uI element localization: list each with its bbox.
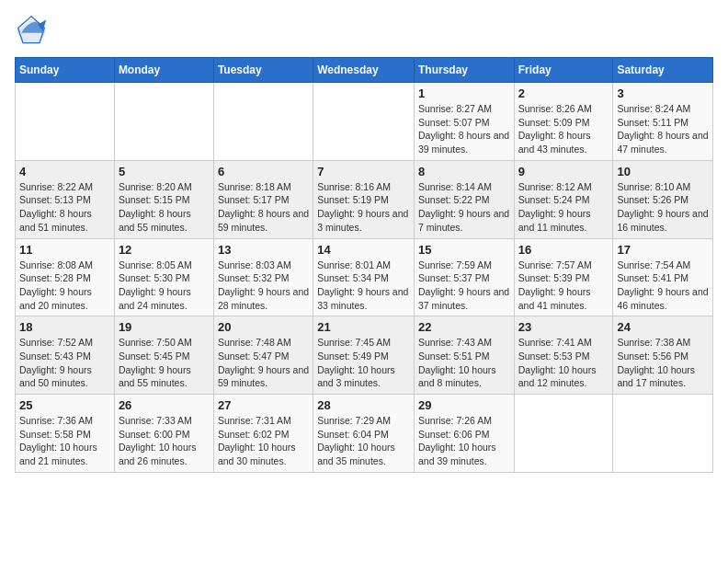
page-header: [15, 15, 713, 48]
day-number: 8: [418, 165, 510, 178]
calendar-cell: 9Sunrise: 8:12 AM Sunset: 5:24 PM Daylig…: [514, 160, 613, 238]
day-number: 26: [119, 398, 210, 412]
day-info: Sunrise: 7:57 AM Sunset: 5:39 PM Dayligh…: [518, 259, 609, 313]
day-info: Sunrise: 7:33 AM Sunset: 6:00 PM Dayligh…: [119, 414, 210, 468]
calendar-cell: 16Sunrise: 7:57 AM Sunset: 5:39 PM Dayli…: [514, 238, 613, 316]
day-number: 20: [218, 320, 309, 334]
day-info: Sunrise: 8:08 AM Sunset: 5:28 PM Dayligh…: [19, 259, 110, 313]
day-number: 23: [518, 320, 609, 334]
calendar-cell: 26Sunrise: 7:33 AM Sunset: 6:00 PM Dayli…: [114, 395, 213, 473]
day-number: 15: [418, 243, 510, 257]
calendar-cell: 5Sunrise: 8:20 AM Sunset: 5:15 PM Daylig…: [114, 160, 213, 238]
logo: [15, 15, 50, 48]
calendar-cell: 8Sunrise: 8:14 AM Sunset: 5:22 PM Daylig…: [414, 160, 514, 238]
calendar-cell: 25Sunrise: 7:36 AM Sunset: 5:58 PM Dayli…: [16, 395, 115, 473]
day-number: 4: [19, 165, 110, 178]
col-header-friday: Friday: [514, 58, 613, 83]
day-info: Sunrise: 7:52 AM Sunset: 5:43 PM Dayligh…: [19, 336, 110, 390]
day-number: 5: [119, 165, 210, 178]
day-info: Sunrise: 7:54 AM Sunset: 5:41 PM Dayligh…: [617, 259, 709, 313]
day-number: 3: [617, 86, 709, 100]
day-number: 1: [418, 86, 510, 100]
calendar-cell: [213, 83, 313, 161]
day-number: 16: [518, 243, 609, 257]
day-info: Sunrise: 7:43 AM Sunset: 5:51 PM Dayligh…: [418, 336, 510, 390]
day-info: Sunrise: 7:45 AM Sunset: 5:49 PM Dayligh…: [317, 336, 410, 390]
calendar-cell: 29Sunrise: 7:26 AM Sunset: 6:06 PM Dayli…: [414, 395, 514, 473]
day-number: 12: [119, 243, 210, 257]
day-number: 6: [218, 165, 309, 178]
calendar-cell: [16, 83, 115, 161]
day-info: Sunrise: 8:20 AM Sunset: 5:15 PM Dayligh…: [119, 180, 210, 235]
calendar-cell: 24Sunrise: 7:38 AM Sunset: 5:56 PM Dayli…: [613, 316, 713, 395]
calendar-cell: [514, 395, 613, 473]
calendar-cell: 7Sunrise: 8:16 AM Sunset: 5:19 PM Daylig…: [313, 160, 415, 238]
day-number: 24: [617, 320, 709, 334]
col-header-monday: Monday: [114, 58, 213, 83]
day-number: 10: [617, 165, 709, 178]
day-number: 22: [418, 320, 510, 334]
day-info: Sunrise: 8:27 AM Sunset: 5:07 PM Dayligh…: [418, 102, 510, 156]
calendar-cell: 1Sunrise: 8:27 AM Sunset: 5:07 PM Daylig…: [414, 83, 514, 161]
day-info: Sunrise: 7:31 AM Sunset: 6:02 PM Dayligh…: [218, 414, 309, 468]
day-info: Sunrise: 7:48 AM Sunset: 5:47 PM Dayligh…: [218, 336, 309, 390]
day-info: Sunrise: 8:26 AM Sunset: 5:09 PM Dayligh…: [518, 102, 609, 156]
calendar-cell: 15Sunrise: 7:59 AM Sunset: 5:37 PM Dayli…: [414, 238, 514, 316]
day-info: Sunrise: 7:59 AM Sunset: 5:37 PM Dayligh…: [418, 259, 510, 313]
logo-icon: [15, 15, 48, 48]
day-number: 29: [418, 398, 510, 412]
col-header-saturday: Saturday: [613, 58, 713, 83]
col-header-thursday: Thursday: [414, 58, 514, 83]
day-info: Sunrise: 8:14 AM Sunset: 5:22 PM Dayligh…: [418, 180, 510, 235]
calendar-cell: 4Sunrise: 8:22 AM Sunset: 5:13 PM Daylig…: [16, 160, 115, 238]
calendar-cell: [613, 395, 713, 473]
calendar-cell: 28Sunrise: 7:29 AM Sunset: 6:04 PM Dayli…: [313, 395, 415, 473]
day-info: Sunrise: 7:41 AM Sunset: 5:53 PM Dayligh…: [518, 336, 609, 390]
day-number: 18: [19, 320, 110, 334]
calendar-cell: 20Sunrise: 7:48 AM Sunset: 5:47 PM Dayli…: [213, 316, 313, 395]
calendar-cell: 23Sunrise: 7:41 AM Sunset: 5:53 PM Dayli…: [514, 316, 613, 395]
calendar-cell: 11Sunrise: 8:08 AM Sunset: 5:28 PM Dayli…: [16, 238, 115, 316]
calendar-cell: 14Sunrise: 8:01 AM Sunset: 5:34 PM Dayli…: [313, 238, 415, 316]
calendar-cell: 2Sunrise: 8:26 AM Sunset: 5:09 PM Daylig…: [514, 83, 613, 161]
day-number: 27: [218, 398, 309, 412]
day-info: Sunrise: 8:01 AM Sunset: 5:34 PM Dayligh…: [317, 259, 410, 313]
day-number: 19: [119, 320, 210, 334]
calendar-cell: [114, 83, 213, 161]
calendar-cell: 21Sunrise: 7:45 AM Sunset: 5:49 PM Dayli…: [313, 316, 415, 395]
calendar-cell: 6Sunrise: 8:18 AM Sunset: 5:17 PM Daylig…: [213, 160, 313, 238]
calendar-cell: 17Sunrise: 7:54 AM Sunset: 5:41 PM Dayli…: [613, 238, 713, 316]
calendar-cell: 13Sunrise: 8:03 AM Sunset: 5:32 PM Dayli…: [213, 238, 313, 316]
day-info: Sunrise: 8:16 AM Sunset: 5:19 PM Dayligh…: [317, 180, 410, 235]
day-number: 17: [617, 243, 709, 257]
day-number: 13: [218, 243, 309, 257]
calendar-cell: 27Sunrise: 7:31 AM Sunset: 6:02 PM Dayli…: [213, 395, 313, 473]
calendar-cell: 3Sunrise: 8:24 AM Sunset: 5:11 PM Daylig…: [613, 83, 713, 161]
col-header-tuesday: Tuesday: [213, 58, 313, 83]
day-info: Sunrise: 7:38 AM Sunset: 5:56 PM Dayligh…: [617, 336, 709, 390]
day-number: 9: [518, 165, 609, 178]
day-number: 21: [317, 320, 410, 334]
day-info: Sunrise: 8:24 AM Sunset: 5:11 PM Dayligh…: [617, 102, 709, 156]
day-number: 2: [518, 86, 609, 100]
day-info: Sunrise: 8:03 AM Sunset: 5:32 PM Dayligh…: [218, 259, 309, 313]
col-header-sunday: Sunday: [16, 58, 115, 83]
day-info: Sunrise: 8:12 AM Sunset: 5:24 PM Dayligh…: [518, 180, 609, 235]
day-info: Sunrise: 8:18 AM Sunset: 5:17 PM Dayligh…: [218, 180, 309, 235]
day-info: Sunrise: 7:29 AM Sunset: 6:04 PM Dayligh…: [317, 414, 410, 468]
day-info: Sunrise: 8:05 AM Sunset: 5:30 PM Dayligh…: [119, 259, 210, 313]
calendar-cell: 19Sunrise: 7:50 AM Sunset: 5:45 PM Dayli…: [114, 316, 213, 395]
calendar-table: SundayMondayTuesdayWednesdayThursdayFrid…: [15, 57, 713, 473]
day-info: Sunrise: 8:22 AM Sunset: 5:13 PM Dayligh…: [19, 180, 110, 235]
calendar-cell: 18Sunrise: 7:52 AM Sunset: 5:43 PM Dayli…: [16, 316, 115, 395]
col-header-wednesday: Wednesday: [313, 58, 415, 83]
calendar-cell: [313, 83, 415, 161]
day-info: Sunrise: 8:10 AM Sunset: 5:26 PM Dayligh…: [617, 180, 709, 235]
day-info: Sunrise: 7:26 AM Sunset: 6:06 PM Dayligh…: [418, 414, 510, 468]
calendar-cell: 22Sunrise: 7:43 AM Sunset: 5:51 PM Dayli…: [414, 316, 514, 395]
day-info: Sunrise: 7:36 AM Sunset: 5:58 PM Dayligh…: [19, 414, 110, 468]
day-number: 7: [317, 165, 410, 178]
day-number: 25: [19, 398, 110, 412]
day-info: Sunrise: 7:50 AM Sunset: 5:45 PM Dayligh…: [119, 336, 210, 390]
day-number: 28: [317, 398, 410, 412]
